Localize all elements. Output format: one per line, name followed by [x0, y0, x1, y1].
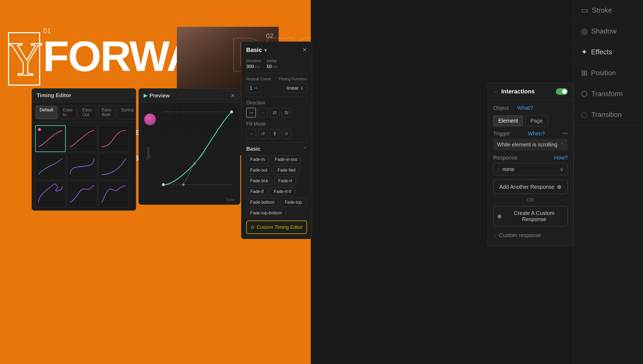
timing-tab-default[interactable]: Default: [36, 106, 57, 119]
effect-fade-fwd[interactable]: Fade-fwd: [274, 166, 300, 175]
none-chevron-icon: ∨: [560, 166, 564, 172]
direction-forward-icon[interactable]: →: [246, 108, 256, 117]
create-response-label: Create A Custom Response: [504, 210, 564, 222]
add-another-response-button[interactable]: Add Another Response ⊕: [493, 180, 568, 194]
effect-fade-bck[interactable]: Fade-bck: [246, 177, 272, 185]
curve-box-8[interactable]: [98, 181, 129, 208]
curve-box-5[interactable]: [98, 153, 129, 180]
sidebar-item-transform[interactable]: ⬡ Transform: [574, 84, 643, 104]
trigger-more-btn[interactable]: •••: [563, 131, 568, 136]
create-custom-response-button[interactable]: ⊕ Create A Custom Response: [493, 206, 568, 226]
how-link[interactable]: How?: [554, 155, 568, 161]
when-link[interactable]: When?: [528, 131, 545, 137]
what-link[interactable]: What?: [517, 105, 533, 111]
svg-line-15: [195, 151, 206, 163]
curve-box-6[interactable]: [35, 181, 66, 208]
fillmode-row: Fill Mode → ↺ ⬆ ✕: [246, 121, 307, 139]
response-label: Response: [493, 155, 517, 161]
curve-box-0[interactable]: [35, 125, 66, 152]
timing-tab-ease-in[interactable]: Ease In: [59, 106, 77, 119]
custom-response-row: :: Custom response: [493, 230, 568, 241]
effects-section-header: Basic ⌃: [246, 146, 307, 152]
curve-box-4[interactable]: [67, 153, 97, 180]
timing-editor-header: Timing Editor: [32, 89, 136, 103]
preview-header: ▶ Preview ✕: [139, 89, 240, 103]
trigger-value: While element is scrolling: [497, 142, 558, 148]
effect-fade-lf[interactable]: Fade-lf: [246, 187, 268, 196]
effect-fade-top-bottom[interactable]: Fade-top-bottom: [246, 209, 286, 217]
basic-animation-panel: Basic ∨ ✕ Duration 300 ms Delay 50 ms Re…: [241, 41, 312, 239]
fillmode-none-icon[interactable]: ✕: [282, 129, 291, 139]
add-response-label: Add Another Response: [499, 184, 555, 190]
add-response-plus-icon: ⊕: [557, 184, 562, 190]
sidebar-item-effects[interactable]: ✦ Effects: [574, 42, 643, 63]
repeat-count-box[interactable]: 1 ∞: [246, 84, 261, 93]
effect-fade-in-out[interactable]: Fade-in-out: [271, 155, 301, 164]
sidebar-item-stroke[interactable]: ▭ Stroke: [574, 0, 643, 21]
basic-title[interactable]: Basic ∨: [246, 47, 267, 54]
trigger-value-row[interactable]: While element is scrolling ⌃: [493, 139, 568, 150]
timing-tab-ease-out[interactable]: Ease Out: [78, 106, 96, 119]
custom-timing-editor-button[interactable]: ⊙ Custom Timing Editor: [246, 221, 307, 234]
preview-close-button[interactable]: ✕: [231, 92, 235, 99]
fillmode-icons: → ↺ ⬆ ✕: [246, 129, 307, 139]
sidebar-item-transition[interactable]: ◌ Transition: [574, 104, 643, 125]
direction-backward-icon[interactable]: ←: [258, 108, 268, 117]
y-logo: Y: [8, 32, 40, 86]
effect-fade-out[interactable]: Fade-out: [246, 166, 271, 175]
curve-box-1[interactable]: [67, 125, 97, 152]
effect-fade-top[interactable]: Fade-top: [281, 198, 306, 207]
timing-editor-title: Timing Editor: [37, 92, 71, 98]
effect-fade-rt[interactable]: Fade-rt: [274, 177, 296, 185]
divider-2: [246, 97, 307, 97]
direction-alt-reverse-icon[interactable]: ⇆: [282, 108, 291, 117]
interactions-title: Interactions: [501, 88, 553, 95]
sidebar-item-position[interactable]: ⊞ Position: [574, 63, 643, 84]
play-icon: ▶: [144, 93, 147, 98]
effects-expand-icon[interactable]: ⌃: [303, 146, 307, 152]
duration-value[interactable]: 300: [246, 64, 254, 69]
fillmode-reverse-icon[interactable]: ↺: [258, 129, 268, 139]
photo-label: 02: [266, 32, 273, 40]
interactions-toggle[interactable]: [556, 88, 568, 95]
delay-value[interactable]: 50: [267, 64, 272, 69]
direction-label: Direction: [246, 100, 307, 106]
basic-close-button[interactable]: ✕: [302, 47, 307, 54]
delay-unit: ms: [273, 65, 278, 69]
effect-fade-bottom[interactable]: Fade-bottom: [246, 198, 279, 207]
svg-point-13: [230, 110, 233, 113]
trigger-label: Trigger: [493, 131, 510, 137]
timing-tab-spring[interactable]: Spring: [117, 106, 136, 119]
timing-function-box[interactable]: linear ∨: [283, 83, 307, 93]
preview-ball: [144, 113, 156, 125]
tab-element[interactable]: Element: [493, 115, 523, 126]
sidebar-item-shadow[interactable]: ◎ Shadow: [574, 21, 643, 42]
tab-page[interactable]: Page: [525, 115, 548, 126]
back-button[interactable]: ←: [493, 89, 499, 95]
timing-function-label: Timing Function: [279, 77, 307, 81]
none-dropdown[interactable]: :: none ∨: [493, 163, 568, 175]
preview-label: Preview: [149, 93, 170, 99]
fillmode-both-icon[interactable]: ⬆: [270, 129, 279, 139]
curve-box-7[interactable]: [67, 181, 97, 208]
effect-fade-rt-lf[interactable]: Fade-rt-lf: [270, 187, 295, 196]
sidebar-label-effects: Effects: [591, 48, 612, 56]
none-dots-icon: ::: [497, 166, 500, 172]
curve-box-2[interactable]: [98, 125, 129, 152]
curve-box-3[interactable]: [35, 153, 66, 180]
divider-1: [246, 73, 307, 73]
svg-point-16: [182, 183, 184, 186]
duration-delay-row: Duration 300 ms Delay 50 ms: [246, 58, 307, 69]
infinity-icon: ∞: [255, 86, 257, 90]
basic-section-title: Basic: [246, 146, 260, 152]
fillmode-forward-icon[interactable]: →: [246, 129, 256, 139]
timing-tab-ease-both[interactable]: Ease Both: [98, 106, 115, 119]
preview-time-label: Time: [225, 198, 235, 202]
sidebar-label-transform: Transform: [591, 90, 623, 98]
direction-alternate-icon[interactable]: ⇄: [270, 108, 279, 117]
transform-icon: ⬡: [581, 89, 588, 98]
interactions-panel: ← Interactions Object What? Element Page…: [488, 83, 573, 246]
svg-point-12: [162, 183, 165, 186]
effect-fade-in[interactable]: Fade-in: [246, 155, 269, 164]
duration-field: Duration 300 ms: [246, 58, 261, 69]
